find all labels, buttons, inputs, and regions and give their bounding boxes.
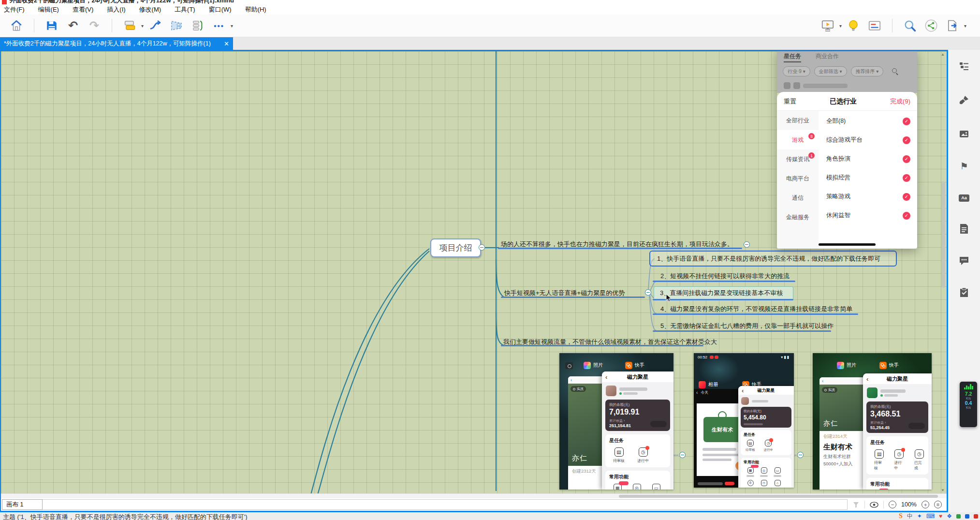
lightbulb-icon[interactable] (846, 18, 861, 33)
summary-icon[interactable] (190, 18, 205, 33)
option-row[interactable]: 模拟经营✓ (819, 168, 917, 187)
taskbar-icon[interactable] (956, 514, 961, 519)
eye-icon[interactable] (870, 502, 878, 508)
flag-marker-icon[interactable]: ⚑ (958, 160, 970, 172)
format-brush-icon[interactable] (958, 94, 970, 106)
chevron-down-icon[interactable]: ▾ (141, 23, 144, 29)
filter-sort[interactable]: 推荐排序 ▾ (851, 66, 884, 76)
attached-image-phone-3[interactable]: 照片 快手 ‹ 实况 亦仁 创建2314天 生财有术 生财有术社群 50000+… (813, 353, 932, 490)
taskbar-icon[interactable]: ✦ (917, 513, 922, 519)
mindmap-root-topic[interactable]: 项目介绍 (430, 238, 481, 257)
collapse-icon[interactable] (744, 241, 750, 248)
insert-image-icon[interactable] (958, 128, 970, 140)
option-row[interactable]: 休闲益智✓ (819, 206, 917, 225)
share-icon[interactable] (924, 18, 938, 33)
slide-notes-icon[interactable] (867, 18, 882, 33)
task-checklist-icon[interactable] (958, 287, 970, 298)
chevron-down-icon[interactable]: ▾ (231, 23, 233, 29)
menu-help[interactable]: 帮助(H) (245, 5, 266, 14)
ime-chinese-icon[interactable]: 中 (907, 513, 913, 519)
search-icon[interactable] (903, 18, 917, 33)
horizontal-scrollbar[interactable] (1, 493, 947, 498)
document-tab[interactable]: *外面收费2千的磁力聚星项目，24小时无人直播，4个月122w，可矩阵操作(1)… (0, 37, 233, 50)
advantage-item-1-selected[interactable]: 1、快手语音直播，只要不是很厉害的诱导完全不违规，做好匹配的下载任务即可 (649, 251, 897, 267)
notes-icon[interactable] (958, 223, 970, 235)
check-icon: ✓ (903, 155, 910, 163)
filter-industry[interactable]: 行业·9 ▾ (783, 66, 810, 76)
tab-star-tasks[interactable]: 星任务 (784, 52, 801, 62)
chevron-down-icon[interactable]: ▾ (964, 23, 966, 29)
category-telecom[interactable]: 通信 (777, 188, 819, 208)
collapse-icon[interactable] (797, 452, 804, 458)
advantage-item-2[interactable]: 2、短视频不挂任何链接可以获得非常大的推流 (660, 272, 790, 281)
option-row[interactable]: 角色扮演✓ (819, 149, 917, 168)
export-icon[interactable] (945, 18, 960, 33)
menu-edit[interactable]: 编辑(E) (38, 5, 59, 14)
sheet-tab-canvas-1[interactable]: 画布 1 (2, 499, 43, 510)
menu-view[interactable]: 查看(V) (73, 5, 93, 14)
topic-structure-icon[interactable] (958, 60, 970, 72)
insert-topic-icon[interactable] (122, 18, 137, 33)
category-ecommerce[interactable]: 电商平台 (777, 169, 819, 188)
right-panel-sidebar: ⚑ Aa (948, 50, 980, 520)
advantage-item-4[interactable]: 4、磁力聚星没有复杂的环节，不管视频还是直播挂载链接是非常简单 (660, 305, 852, 313)
scroll-down-icon[interactable]: ▼ (941, 488, 945, 492)
sheet-tab-strip[interactable] (43, 499, 848, 510)
zoom-in-button[interactable]: ＋ (921, 501, 929, 508)
font-style-icon[interactable]: Aa (958, 192, 970, 204)
more-tools-icon[interactable]: ••• (212, 18, 226, 33)
zoom-level[interactable]: 100% (901, 501, 917, 508)
tab-business[interactable]: 商业合作 (816, 52, 839, 62)
menu-window[interactable]: 窗口(W) (209, 5, 232, 14)
menu-file[interactable]: 文件(F) (4, 5, 25, 14)
home-icon[interactable] (9, 18, 24, 33)
input-method-icon[interactable]: S (899, 513, 903, 520)
category-media[interactable]: 传媒资讯1 (777, 149, 819, 169)
zoom-out-button[interactable]: − (889, 501, 896, 508)
scroll-up-icon[interactable]: ▲ (941, 52, 945, 57)
advantage-item-3-hover[interactable]: 3、直播间挂载磁力聚星变现链接基本不审核 (654, 286, 793, 300)
filter-all[interactable]: 全部筛选 ▾ (814, 66, 847, 76)
undo-icon[interactable]: ↶ (66, 18, 80, 33)
fit-view-button[interactable]: ≡ (934, 501, 942, 508)
vertical-scrollbar[interactable]: ▲ ▼ (940, 51, 946, 493)
option-row[interactable]: 综合游戏平台✓ (819, 131, 917, 149)
option-row[interactable]: 策略游戏✓ (819, 187, 917, 206)
category-all[interactable]: 全部行业 (777, 111, 819, 130)
done-button[interactable]: 完成(9) (890, 97, 910, 106)
presentation-icon[interactable] (820, 18, 835, 33)
menu-tools[interactable]: 工具(T) (175, 5, 195, 14)
chevron-down-icon[interactable]: ▾ (839, 23, 842, 29)
category-finance[interactable]: 金融服务 (777, 208, 819, 227)
placeholder-bar (884, 394, 898, 397)
collapse-icon[interactable] (479, 244, 485, 251)
search-icon[interactable] (892, 68, 898, 74)
menu-modify[interactable]: 修改(M) (139, 5, 161, 14)
industry-sheet: 重置 已选行业 完成(9) 全部行业 游戏8 传媒资讯1 电商平台 通信 金融服… (777, 92, 917, 249)
option-row[interactable]: 全部(8)✓ (819, 112, 917, 131)
badge (751, 465, 759, 468)
taskbar-icon[interactable] (965, 514, 969, 519)
filter-funnel-icon[interactable] (852, 501, 860, 508)
category-games[interactable]: 游戏8 (777, 130, 819, 149)
scrollbar-thumb[interactable] (619, 495, 938, 498)
advantage-item-5[interactable]: 5、无需缴纳保证金乱七八糟的费用，仅靠一部手机就可以操作 (660, 322, 834, 330)
keyboard-icon[interactable]: ⌨ (926, 513, 935, 519)
attached-image-phone-1[interactable]: 照片 快手 ‹ 实况 亦仁 创建2312天 ‹磁力聚星 (559, 353, 673, 490)
reset-button[interactable]: 重置 (784, 97, 796, 106)
taskbar-icon[interactable] (974, 514, 978, 519)
comments-icon[interactable] (958, 255, 970, 267)
redo-icon[interactable]: ↷ (87, 18, 102, 33)
close-icon[interactable]: ✕ (224, 40, 229, 47)
menu-insert[interactable]: 插入(I) (107, 5, 125, 14)
save-icon[interactable] (44, 18, 59, 33)
relationship-icon[interactable] (148, 18, 162, 33)
taskbar-icon[interactable]: ♥ (939, 513, 942, 519)
mindmap-canvas[interactable]: 项目介绍 场的人还不算很多，快手也在力推磁力聚星，目前还在疯狂生长期，项目玩法众… (1, 51, 947, 493)
boundary-icon[interactable] (169, 18, 184, 33)
taskbar-icon[interactable]: ❖ (947, 513, 952, 519)
attached-image-phone-2[interactable]: 00:52 ▾▮▮ 相册 快手 ‹今天 生财有术 (694, 353, 794, 488)
scrollbar-thumb[interactable] (941, 181, 945, 288)
collapse-icon[interactable] (645, 289, 651, 296)
collapse-icon[interactable] (679, 452, 686, 458)
